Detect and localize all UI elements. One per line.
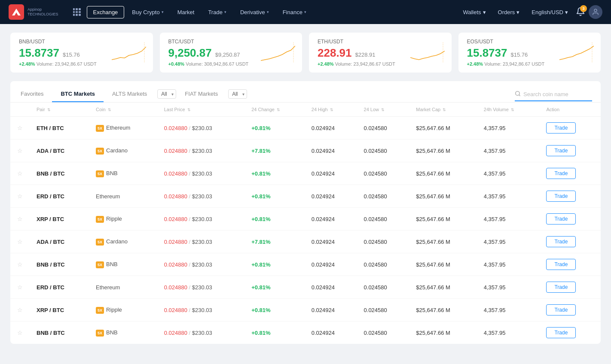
volume-cell-9: 4,357.95: [477, 322, 540, 344]
trade-caret: ▾: [224, 10, 226, 14]
ticker-main-price: 228.91: [318, 46, 352, 60]
nav-derivative[interactable]: Derivative ▾: [234, 6, 275, 18]
change-cell-9: +0.81%: [244, 322, 305, 344]
pair-name: XRP / BTC: [37, 307, 64, 313]
high-cell-1: 0.024924: [305, 140, 357, 162]
star-cell-8[interactable]: ☆: [10, 299, 30, 322]
table-row: ☆ERD / BTCEthereum0.024880 / $230.03+0.8…: [10, 276, 601, 299]
coin-badge: 5X: [96, 307, 104, 314]
coin-badge: 5X: [96, 239, 104, 246]
star-icon[interactable]: ☆: [17, 170, 23, 177]
trade-button[interactable]: Trade: [546, 327, 576, 338]
star-icon[interactable]: ☆: [17, 193, 23, 200]
change-value: +0.81%: [251, 261, 270, 268]
th-pair[interactable]: Pair ⇅: [30, 103, 89, 117]
trade-button[interactable]: Trade: [546, 304, 576, 315]
star-icon[interactable]: ☆: [17, 147, 23, 154]
table-row: ☆BNB / BTC5XBNB0.024880 / $230.03+0.81%0…: [10, 322, 601, 344]
high-cell-3: 0.024924: [305, 185, 357, 208]
star-icon[interactable]: ☆: [17, 238, 23, 245]
grid-icon[interactable]: [73, 8, 81, 16]
ticker-card-3[interactable]: EOS/USDT 15.8737 $15.76 +2.48% Volume: 2…: [458, 33, 601, 73]
th-high_24[interactable]: 24 High ⇅: [305, 103, 357, 117]
star-cell-7[interactable]: ☆: [10, 276, 30, 299]
star-cell-4[interactable]: ☆: [10, 208, 30, 231]
star-cell-0[interactable]: ☆: [10, 117, 30, 140]
trade-button[interactable]: Trade: [546, 191, 576, 202]
nav-trade[interactable]: Trade ▾: [202, 6, 232, 18]
search-icon: [515, 91, 521, 98]
coin-name: BNB: [106, 170, 118, 176]
star-icon[interactable]: ☆: [17, 329, 23, 336]
table-row: ☆ETH / BTC5XEthereum0.024880 / $230.03+0…: [10, 117, 601, 140]
trade-button[interactable]: Trade: [546, 145, 576, 156]
star-cell-2[interactable]: ☆: [10, 162, 30, 185]
star-icon[interactable]: ☆: [17, 284, 23, 291]
trade-button[interactable]: Trade: [546, 259, 576, 270]
market-tab-btc[interactable]: BTC Markets: [52, 86, 103, 102]
orders-button[interactable]: Orders ▾: [494, 6, 524, 18]
th-last_price[interactable]: Last Price ⇅: [157, 103, 244, 117]
table-row: ☆XRP / BTC5XRipple0.024880 / $230.03+0.8…: [10, 299, 601, 322]
filter-select-fiat[interactable]: All: [228, 89, 247, 99]
star-cell-6[interactable]: ☆: [10, 253, 30, 276]
th-market_cap[interactable]: Market Cap ⇅: [409, 103, 477, 117]
star-cell-5[interactable]: ☆: [10, 231, 30, 253]
last-price-cell-8: 0.024880 / $230.03: [157, 299, 244, 322]
market-tab-favorites[interactable]: Favorites: [19, 86, 52, 102]
high-cell-6: 0.024924: [305, 253, 357, 276]
nav-buy-crypto[interactable]: Buy Crypto ▾: [126, 6, 169, 18]
star-icon[interactable]: ☆: [17, 306, 23, 313]
trade-button[interactable]: Trade: [546, 213, 576, 224]
language-caret: ▾: [565, 9, 568, 15]
last-price: 0.024880: [164, 148, 187, 154]
last-price-usd: $230.03: [192, 216, 212, 222]
change-cell-8: +0.81%: [244, 299, 305, 322]
star-icon[interactable]: ☆: [17, 215, 23, 222]
market-cap-cell-9: $25,647.66 M: [409, 322, 477, 344]
star-cell-3[interactable]: ☆: [10, 185, 30, 208]
trade-button[interactable]: Trade: [546, 236, 576, 247]
search-input[interactable]: [523, 91, 592, 97]
ticker-main-price: 15.8737: [19, 46, 59, 60]
star-cell-1[interactable]: ☆: [10, 140, 30, 162]
th-coin[interactable]: Coin ⇅: [89, 103, 157, 117]
filter-select-alts[interactable]: All: [157, 89, 176, 99]
pair-cell-7: ERD / BTC: [30, 276, 89, 299]
star-icon[interactable]: ☆: [17, 124, 23, 131]
pair-name: BNB / BTC: [37, 170, 65, 177]
pair-name: ETH / BTC: [37, 125, 64, 131]
ticker-card-1[interactable]: BTC/USDT 9,250.87 $9,250.87 +0.48% Volum…: [160, 33, 302, 73]
ticker-card-0[interactable]: BNB/USDT 15.8737 $15.76 +2.48% Volume: 2…: [10, 33, 153, 73]
market-tab-fiat[interactable]: FIAT Markets: [176, 86, 226, 102]
nav-exchange[interactable]: Exchange: [87, 6, 125, 18]
th-volume_24[interactable]: 24h Volume ⇅: [477, 103, 540, 117]
change-value: +0.81%: [251, 125, 270, 131]
volume-cell-6: 4,357.95: [477, 253, 540, 276]
nav-finance[interactable]: Finance ▾: [277, 6, 312, 18]
trade-button[interactable]: Trade: [546, 168, 576, 179]
high-cell-0: 0.024924: [305, 117, 357, 140]
volume-cell-4: 4,357.95: [477, 208, 540, 231]
trade-button[interactable]: Trade: [546, 282, 576, 293]
notification-bell[interactable]: 3: [576, 7, 585, 18]
nav-market[interactable]: Market: [171, 6, 201, 18]
trade-button[interactable]: Trade: [546, 122, 576, 133]
wallets-button[interactable]: Wallets ▾: [458, 6, 490, 18]
market-tab-alts[interactable]: ALTS Markets: [104, 86, 156, 102]
brand[interactable]: Appinop TECHNOLOGIES: [9, 4, 58, 20]
volume-cell-8: 4,357.95: [477, 299, 540, 322]
last-price: 0.024880: [164, 125, 187, 131]
user-avatar[interactable]: [589, 5, 602, 19]
coin-badge: 5X: [96, 330, 104, 337]
last-price-cell-2: 0.024880 / $230.03: [157, 162, 244, 185]
last-price: 0.024880: [164, 307, 187, 313]
ticker-chart: [112, 42, 146, 63]
language-button[interactable]: English/USD ▾: [527, 6, 572, 18]
ticker-card-2[interactable]: ETH/USDT 228.91 $228.91 +2.48% Volume: 2…: [309, 33, 452, 73]
star-cell-9[interactable]: ☆: [10, 322, 30, 344]
th-change_24[interactable]: 24 Change ⇅: [244, 103, 305, 117]
th-low_24[interactable]: 24 Low ⇅: [357, 103, 409, 117]
star-icon[interactable]: ☆: [17, 261, 23, 268]
volume-cell-5: 4,357.95: [477, 231, 540, 253]
